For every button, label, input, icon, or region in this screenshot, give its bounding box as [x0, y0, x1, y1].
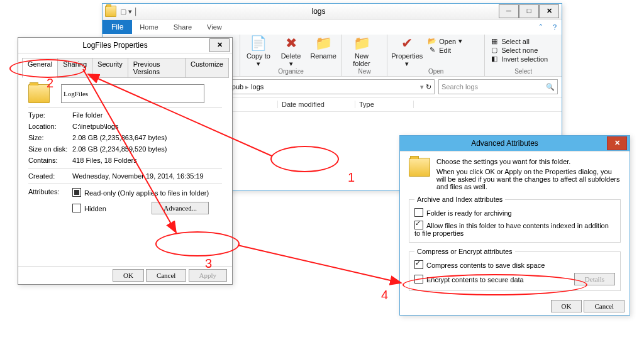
- svg-line-2: [238, 245, 401, 283]
- annotation-arrows: [0, 0, 644, 347]
- svg-line-1: [83, 69, 176, 233]
- svg-line-0: [88, 74, 272, 156]
